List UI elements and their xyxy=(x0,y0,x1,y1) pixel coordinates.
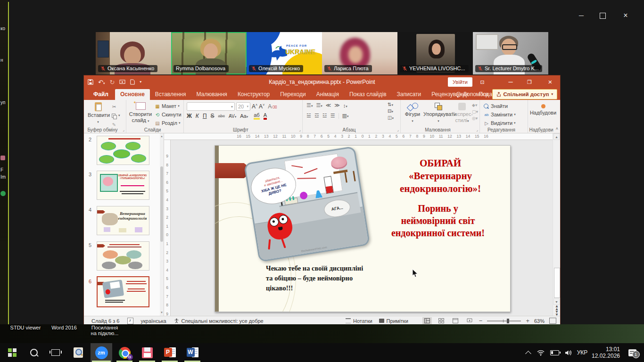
ppt-close-button[interactable]: × xyxy=(543,75,557,89)
normal-view-button[interactable] xyxy=(422,317,432,325)
tab-draw[interactable]: Малювання xyxy=(191,89,232,100)
participant-tile[interactable]: Sr. Lecturer Dmytro K... xyxy=(473,32,548,74)
slide-thumbnail-6-selected[interactable] xyxy=(97,276,149,307)
tab-record[interactable]: Записати xyxy=(392,89,427,100)
slide-thumbnail-4[interactable]: Ветеринарна ендокринологія xyxy=(97,206,149,235)
zoom-minimize-button[interactable]: ─ xyxy=(576,11,586,20)
qat-customize-icon[interactable]: ▾ xyxy=(140,80,141,84)
start-button[interactable] xyxy=(3,343,22,362)
tray-language-indicator[interactable]: УКР xyxy=(574,343,590,362)
scroll-down-icon[interactable]: ▼ xyxy=(160,310,164,316)
slide-subtitle[interactable]: Поринь у неймовірний світ ендокринної си… xyxy=(367,202,509,239)
zoom-close-button[interactable]: × xyxy=(620,11,631,20)
grow-font-button[interactable]: A˄ xyxy=(252,103,257,110)
shrink-font-button[interactable]: A˅ xyxy=(259,103,264,110)
character-spacing-button[interactable]: AV▾ xyxy=(229,114,236,119)
bold-button[interactable]: Ж xyxy=(187,113,192,119)
slide[interactable]: здається, я закохане... ХІБА Ж ЦЕ НЕ ДИВ… xyxy=(215,145,511,312)
redo-icon[interactable]: ↻ xyxy=(109,79,115,85)
taskbar-zoom-app-active[interactable]: zm xyxy=(91,343,112,362)
fit-slide-to-window-icon[interactable] xyxy=(549,318,556,324)
language-indicator[interactable]: українська xyxy=(141,318,166,324)
paste-button[interactable]: Вставити▾ xyxy=(88,102,108,125)
new-slide-button[interactable]: Створити слайд ▾ xyxy=(128,102,153,124)
align-text-button[interactable]: ⊟▾ xyxy=(388,108,394,114)
tab-animations[interactable]: Анімація xyxy=(311,89,344,100)
font-dialog-launcher[interactable]: ⌟ xyxy=(299,128,301,132)
zoom-slider-knob[interactable] xyxy=(507,319,509,323)
tab-home[interactable]: Основне xyxy=(115,89,150,100)
collapse-ribbon-icon[interactable]: ˄ xyxy=(556,126,558,131)
cut-button[interactable]: ✂ xyxy=(111,103,120,110)
shapes-button[interactable]: Фігури▾ xyxy=(403,103,422,124)
find-button[interactable]: Знайти xyxy=(484,102,516,110)
addins-button[interactable]: Надбудови xyxy=(529,102,557,116)
participant-tile[interactable]: PEACE FOR UKRAINE Олексій Мусієнко xyxy=(247,32,322,74)
tab-slideshow[interactable]: Показ слайдів xyxy=(344,89,392,100)
tell-me-help[interactable]: Допомога xyxy=(456,91,488,98)
slide-scrollbar[interactable]: ▲ ▼ ▲▲ ▼▼ xyxy=(553,133,560,316)
copy-button[interactable]: ▾ xyxy=(111,112,120,119)
taskbar-save-app[interactable] xyxy=(138,343,157,362)
drawing-dialog-launcher[interactable]: ⌟ xyxy=(476,128,478,132)
spell-check-icon[interactable]: ✗ xyxy=(127,318,133,324)
change-case-button[interactable]: Aa▾ xyxy=(240,113,248,119)
align-left-button[interactable]: ☱ xyxy=(306,113,311,119)
vertical-ruler[interactable]: 9 8 7 6 5 4 3 2 1 0 1 2 3 4 5 6 7 8 9 xyxy=(164,140,171,316)
shape-fill-button[interactable]: ◆▾ xyxy=(472,103,478,107)
zoom-maximize-button[interactable] xyxy=(600,13,606,19)
zoom-percentage[interactable]: 63% xyxy=(534,318,545,324)
align-right-button[interactable]: ☳ xyxy=(322,113,327,119)
taskbar-stdu-viewer[interactable] xyxy=(69,343,88,362)
tray-hidden-icons-button[interactable] xyxy=(522,343,534,362)
tray-clock[interactable]: 13:01 12.02.2026 xyxy=(590,343,621,362)
decrease-indent-button[interactable]: ≪ xyxy=(326,102,331,108)
columns-button[interactable]: ▥▾ xyxy=(342,113,349,119)
comments-toggle[interactable]: Примітки xyxy=(379,318,408,324)
justify-button[interactable]: ☰ xyxy=(330,113,335,119)
action-center-button[interactable]: 1 xyxy=(625,343,639,362)
zoom-slider[interactable] xyxy=(487,321,521,321)
share-button[interactable]: Спільний доступ ▾ xyxy=(492,89,557,99)
replace-button[interactable]: abЗамінити▾ xyxy=(484,111,516,118)
slide-body-text[interactable]: Чекаю тебе на своїй дисципліні та обіцяю… xyxy=(266,263,393,293)
zoom-out-button[interactable]: − xyxy=(479,317,483,324)
task-view-button[interactable] xyxy=(46,343,65,362)
desktop-icon-label[interactable]: Посилання на підклю... xyxy=(86,325,124,336)
thumbnail-scrollbar[interactable]: ▲ ▼ xyxy=(160,133,164,316)
convert-smartart-button[interactable]: ◫▾ xyxy=(388,115,394,120)
select-button[interactable]: ▷Виділити▾ xyxy=(484,119,516,127)
scroll-up-icon[interactable]: ▲ xyxy=(553,133,560,140)
participant-tile[interactable]: YEVHENIIA LIVOSHC... xyxy=(397,32,473,74)
font-size-combobox[interactable]: 20▾ xyxy=(236,102,250,111)
taskbar-powerpoint[interactable]: P xyxy=(160,343,179,362)
section-button[interactable]: ▤Розділ▾ xyxy=(155,119,182,127)
slide-sorter-view-button[interactable] xyxy=(437,317,446,325)
text-direction-button[interactable]: ⇅▾ xyxy=(388,102,394,107)
line-spacing-button[interactable]: ↕▾ xyxy=(343,103,347,108)
tab-insert[interactable]: Вставлення xyxy=(150,89,191,100)
italic-button[interactable]: К xyxy=(196,113,199,119)
tray-battery[interactable] xyxy=(548,343,561,362)
scrollbar-thumb[interactable] xyxy=(554,268,560,298)
strikethrough-button[interactable]: S xyxy=(211,113,215,119)
slideshow-icon[interactable] xyxy=(119,80,125,85)
paragraph-dialog-launcher[interactable]: ⌟ xyxy=(397,128,399,132)
increase-indent-button[interactable]: ≫ xyxy=(334,102,340,108)
taskbar-word[interactable]: W xyxy=(183,343,202,362)
slide-thumbnail-2[interactable] xyxy=(97,136,149,165)
layout-button[interactable]: ▦Макет▾ xyxy=(155,102,182,110)
taskbar-search-button[interactable] xyxy=(25,343,43,362)
new-file-icon[interactable] xyxy=(130,79,135,85)
tab-file[interactable]: Файл xyxy=(87,89,115,100)
underline-button[interactable]: П xyxy=(203,113,207,119)
zoom-in-button[interactable]: + xyxy=(526,317,529,324)
slide-indicator[interactable]: Слайд 6 з 6 xyxy=(91,318,120,324)
participant-tile[interactable]: Оксана Касьяненко xyxy=(96,32,171,74)
font-name-combobox[interactable]: ▾ xyxy=(187,102,235,111)
tray-volume[interactable] xyxy=(562,343,574,362)
ribbon-display-options-icon[interactable]: ⊡ xyxy=(475,75,489,89)
participant-tile-active-speaker[interactable]: Rymma Dolbanosova xyxy=(171,32,247,74)
strikethrough-abc-icon[interactable]: abc xyxy=(218,114,225,118)
align-center-button[interactable]: ☲ xyxy=(314,113,319,119)
